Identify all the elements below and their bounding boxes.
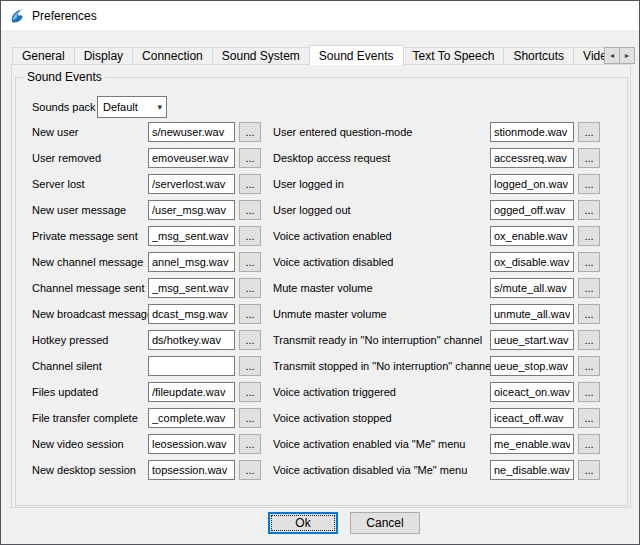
browse-button[interactable]: ... (578, 460, 600, 480)
browse-button[interactable]: ... (239, 356, 261, 376)
browse-button[interactable]: ... (239, 148, 261, 168)
sound-file-input[interactable] (490, 382, 574, 402)
sound-event-row: New video session... (32, 434, 261, 454)
tab-sound-events[interactable]: Sound Events (309, 45, 404, 65)
sound-event-row: New desktop session... (32, 460, 261, 480)
browse-button[interactable]: ... (239, 122, 261, 142)
tab-scroll-right-icon[interactable]: ► (619, 47, 635, 64)
sound-file-input[interactable] (148, 278, 235, 298)
tab-text-to-speech[interactable]: Text To Speech (403, 47, 505, 64)
sound-event-label: Transmit stopped in "No interruption" ch… (273, 360, 490, 372)
sound-event-label: Transmit ready in "No interruption" chan… (273, 334, 490, 346)
sound-file-input[interactable] (148, 382, 235, 402)
sound-file-input[interactable] (490, 408, 574, 428)
sound-file-input[interactable] (148, 460, 235, 480)
tab-connection[interactable]: Connection (132, 47, 213, 64)
sound-file-input[interactable] (148, 304, 235, 324)
sound-event-label: Voice activation triggered (273, 386, 490, 398)
sounds-pack-value: Default (103, 101, 138, 113)
groupbox-title: Sound Events (24, 70, 105, 84)
tab-strip: GeneralDisplayConnectionSound SystemSoun… (12, 45, 608, 65)
sound-event-label: File transfer complete (32, 412, 148, 424)
sound-event-row: File transfer complete... (32, 408, 261, 428)
browse-button[interactable]: ... (578, 200, 600, 220)
browse-button[interactable]: ... (239, 304, 261, 324)
sound-file-input[interactable] (490, 460, 574, 480)
sound-file-input[interactable] (148, 434, 235, 454)
browse-button[interactable]: ... (578, 408, 600, 428)
sound-event-label: Mute master volume (273, 282, 490, 294)
ok-button[interactable]: Ok (268, 512, 338, 534)
sound-event-row: New broadcast message... (32, 304, 261, 324)
sound-event-row: Hotkey pressed... (32, 330, 261, 350)
sound-event-label: Voice activation disabled via "Me" menu (273, 464, 490, 476)
browse-button[interactable]: ... (239, 278, 261, 298)
sound-file-input[interactable] (148, 408, 235, 428)
browse-button[interactable]: ... (239, 226, 261, 246)
browse-button[interactable]: ... (239, 174, 261, 194)
sound-event-row: Voice activation disabled... (273, 252, 600, 272)
sound-event-label: Voice activation stopped (273, 412, 490, 424)
sound-file-input[interactable] (490, 148, 574, 168)
sound-event-label: User removed (32, 152, 148, 164)
tab-general[interactable]: General (12, 47, 75, 64)
sound-event-row: Transmit stopped in "No interruption" ch… (273, 356, 600, 376)
browse-button[interactable]: ... (239, 434, 261, 454)
sound-file-input[interactable] (148, 200, 235, 220)
sound-file-input[interactable] (490, 356, 574, 376)
tab-shortcuts[interactable]: Shortcuts (503, 47, 574, 64)
browse-button[interactable]: ... (578, 122, 600, 142)
browse-button[interactable]: ... (578, 252, 600, 272)
footer: Ok Cancel (49, 512, 639, 534)
browse-button[interactable]: ... (578, 174, 600, 194)
sound-file-input[interactable] (148, 356, 235, 376)
sound-file-input[interactable] (148, 252, 235, 272)
sound-file-input[interactable] (490, 174, 574, 194)
tab-sound-system[interactable]: Sound System (212, 47, 310, 64)
browse-button[interactable]: ... (578, 382, 600, 402)
browse-button[interactable]: ... (578, 434, 600, 454)
browse-button[interactable]: ... (239, 330, 261, 350)
sound-event-label: Voice activation disabled (273, 256, 490, 268)
sounds-pack-label: Sounds pack (32, 97, 96, 118)
sound-file-input[interactable] (490, 434, 574, 454)
sound-event-row: New channel message... (32, 252, 261, 272)
sound-event-row: New user message... (32, 200, 261, 220)
sound-file-input[interactable] (490, 200, 574, 220)
sound-file-input[interactable] (148, 122, 235, 142)
cancel-button[interactable]: Cancel (350, 512, 420, 534)
sound-event-label: Hotkey pressed (32, 334, 148, 346)
browse-button[interactable]: ... (239, 252, 261, 272)
browse-button[interactable]: ... (578, 330, 600, 350)
sound-file-input[interactable] (148, 330, 235, 350)
tab-scroll-left-icon[interactable]: ◄ (604, 47, 620, 64)
browse-button[interactable]: ... (578, 304, 600, 324)
browse-button[interactable]: ... (578, 356, 600, 376)
sound-file-input[interactable] (148, 148, 235, 168)
sound-file-input[interactable] (490, 278, 574, 298)
browse-button[interactable]: ... (578, 226, 600, 246)
sound-file-input[interactable] (148, 174, 235, 194)
tab-display[interactable]: Display (74, 47, 133, 64)
app-icon (9, 8, 25, 24)
title-bar[interactable]: Preferences (1, 1, 639, 30)
sound-file-input[interactable] (148, 226, 235, 246)
sound-event-row: User logged in... (273, 174, 600, 194)
window-title: Preferences (32, 9, 97, 23)
browse-button[interactable]: ... (239, 382, 261, 402)
sound-file-input[interactable] (490, 330, 574, 350)
sound-event-label: Files updated (32, 386, 148, 398)
sound-file-input[interactable] (490, 304, 574, 324)
browse-button[interactable]: ... (239, 200, 261, 220)
browse-button[interactable]: ... (239, 460, 261, 480)
sound-event-row: Desktop access request... (273, 148, 600, 168)
sound-events-column-right: User entered question-mode...Desktop acc… (273, 122, 600, 486)
browse-button[interactable]: ... (578, 148, 600, 168)
browse-button[interactable]: ... (578, 278, 600, 298)
sound-file-input[interactable] (490, 122, 574, 142)
sounds-pack-select[interactable]: Default ▾ (97, 96, 167, 118)
sound-file-input[interactable] (490, 252, 574, 272)
browse-button[interactable]: ... (239, 408, 261, 428)
tab-video[interactable]: Video (573, 47, 608, 64)
sound-file-input[interactable] (490, 226, 574, 246)
